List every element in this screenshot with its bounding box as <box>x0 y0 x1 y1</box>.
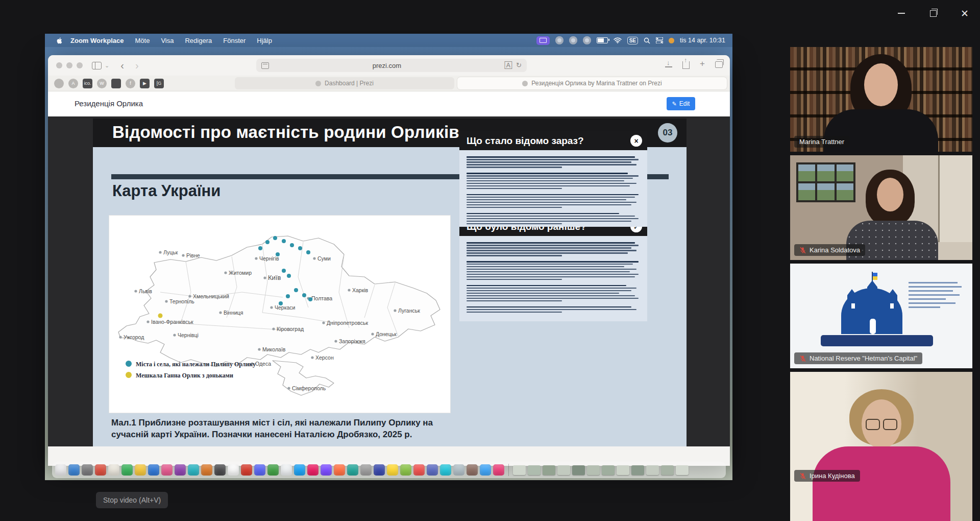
dock-window-thumbnail[interactable] <box>572 465 585 475</box>
dock-app-icon[interactable] <box>175 464 186 476</box>
dock-window-thumbnail[interactable] <box>602 465 615 475</box>
dock-app-icon[interactable] <box>254 464 265 476</box>
dock-window-thumbnail[interactable] <box>631 465 644 475</box>
city-label: Полтава <box>311 295 332 301</box>
menubar-app-name[interactable]: Zoom Workplace <box>70 37 124 44</box>
edit-button[interactable]: ✎ Edit <box>667 97 695 110</box>
pinned-tab-icon[interactable]: ▶ <box>140 79 150 88</box>
control-center-icon[interactable] <box>656 37 663 43</box>
sidebar-icon[interactable] <box>92 62 102 69</box>
dock-app-icon[interactable] <box>294 464 305 476</box>
dock-app-icon[interactable] <box>440 464 451 476</box>
address-bar[interactable]: prezi.com 🄰↻ <box>256 59 527 72</box>
dock-app-icon[interactable] <box>493 464 504 476</box>
dock-app-icon[interactable] <box>321 464 332 476</box>
app-status-icon[interactable] <box>569 36 577 44</box>
pinned-tab-icon[interactable]: A <box>68 79 78 88</box>
menubar-menu-visa[interactable]: Visa <box>161 37 174 44</box>
screen-share-icon[interactable] <box>536 36 550 45</box>
dock-app-icon[interactable] <box>95 464 106 476</box>
dock-window-thumbnail[interactable] <box>646 465 659 475</box>
dock-window-thumbnail[interactable] <box>676 465 689 475</box>
dock-app-icon[interactable] <box>55 464 66 476</box>
dock-app-icon[interactable] <box>427 464 438 476</box>
input-source-badge[interactable]: SE <box>627 37 638 44</box>
text-line <box>467 161 631 163</box>
apple-menu-icon[interactable] <box>56 37 63 44</box>
dock-app-icon[interactable] <box>307 464 318 476</box>
search-icon[interactable] <box>644 37 650 44</box>
pinned-tab-icon[interactable]: W <box>97 79 107 88</box>
dock-app-icon[interactable] <box>108 464 119 476</box>
dock-app-icon[interactable] <box>387 464 398 476</box>
pinned-tab-icon[interactable] <box>111 79 121 88</box>
menubar-menu-hjälp[interactable]: Hjälp <box>257 37 272 44</box>
record-dot-icon[interactable] <box>669 38 674 43</box>
menubar-menu-fönster[interactable]: Fönster <box>223 37 246 44</box>
participant-video-marina-trattner[interactable]: Marina Trattner <box>790 47 972 152</box>
dock-app-icon[interactable] <box>453 464 464 476</box>
new-tab-icon[interactable]: + <box>700 60 705 69</box>
participant-video-iryna-kudinova[interactable]: Ірина Кудінова <box>790 372 972 521</box>
translate-icon[interactable]: 🄰 <box>505 61 512 69</box>
dock-app-icon[interactable] <box>214 464 226 476</box>
dock-app-icon[interactable] <box>161 464 173 476</box>
share-icon[interactable] <box>682 61 690 69</box>
participant-video-national-reserve[interactable]: National Reserve "Hetman's Capital" <box>790 264 972 368</box>
dock-app-icon[interactable] <box>148 464 159 476</box>
dock-app-icon[interactable] <box>480 464 491 476</box>
dock-app-icon[interactable] <box>281 464 292 476</box>
menubar-menu-möte[interactable]: Möte <box>135 37 150 44</box>
menubar-menu-redigera[interactable]: Redigera <box>185 37 212 44</box>
forward-icon[interactable]: › <box>135 60 139 72</box>
dock-app-icon[interactable] <box>413 464 425 476</box>
dock-window-thumbnail[interactable] <box>617 465 629 475</box>
pinned-tab-icon[interactable] <box>54 79 64 88</box>
minimize-button[interactable] <box>890 4 913 22</box>
back-icon[interactable]: ‹ <box>120 60 124 72</box>
city-dot <box>394 309 396 312</box>
dock-app-icon[interactable] <box>374 464 385 476</box>
dock-app-icon[interactable] <box>82 464 93 476</box>
dock-app-icon[interactable] <box>360 464 372 476</box>
tabs-overview-icon[interactable] <box>715 61 723 68</box>
app-status-icon[interactable] <box>555 36 564 44</box>
dock-app-icon[interactable] <box>201 464 212 476</box>
tab-presentation-active[interactable]: Резиденція Орлика by Marina Trattner on … <box>457 77 727 89</box>
wifi-icon[interactable] <box>614 37 622 43</box>
traffic-lights[interactable] <box>56 62 83 68</box>
pinned-tab-icon[interactable]: f <box>126 79 135 88</box>
pinned-tab-icon[interactable]: [G <box>154 79 164 88</box>
menubar-clock[interactable]: tis 14 apr. 10:31 <box>680 37 725 44</box>
dock-app-icon[interactable] <box>188 464 199 476</box>
dock-app-icon[interactable] <box>241 464 252 476</box>
reader-icon[interactable] <box>261 62 269 69</box>
reload-icon[interactable]: ↻ <box>516 61 522 69</box>
dock-window-thumbnail[interactable] <box>587 465 600 475</box>
participant-video-karina-soldatova[interactable]: Karina Soldatova <box>790 155 972 260</box>
dock-app-icon[interactable] <box>135 464 146 476</box>
download-icon[interactable] <box>665 60 672 67</box>
battery-icon[interactable] <box>597 37 608 43</box>
dock-app-icon[interactable] <box>334 464 345 476</box>
tab-dashboard[interactable]: Dashboard | Prezi <box>235 77 454 89</box>
dock-window-thumbnail[interactable] <box>543 465 555 475</box>
close-button[interactable]: ✕ <box>953 4 976 22</box>
dock-window-thumbnail[interactable] <box>557 465 570 475</box>
pinned-tab-icon[interactable]: ico. <box>83 79 92 88</box>
dock-app-icon[interactable] <box>121 464 133 476</box>
dock-app-icon[interactable] <box>467 464 478 476</box>
macos-dock[interactable] <box>52 462 726 478</box>
dock-app-icon[interactable] <box>267 464 279 476</box>
restore-button[interactable] <box>922 4 944 22</box>
dock-window-thumbnail[interactable] <box>661 465 674 475</box>
text-line <box>467 288 636 289</box>
dock-app-icon[interactable] <box>228 464 239 476</box>
chevron-down-icon[interactable]: ⌄ <box>105 62 109 69</box>
dock-app-icon[interactable] <box>347 464 358 476</box>
app-status-icon[interactable] <box>583 36 591 44</box>
dock-window-thumbnail[interactable] <box>528 465 541 475</box>
dock-window-thumbnail[interactable] <box>513 465 526 475</box>
dock-app-icon[interactable] <box>68 464 80 476</box>
dock-app-icon[interactable] <box>400 464 411 476</box>
